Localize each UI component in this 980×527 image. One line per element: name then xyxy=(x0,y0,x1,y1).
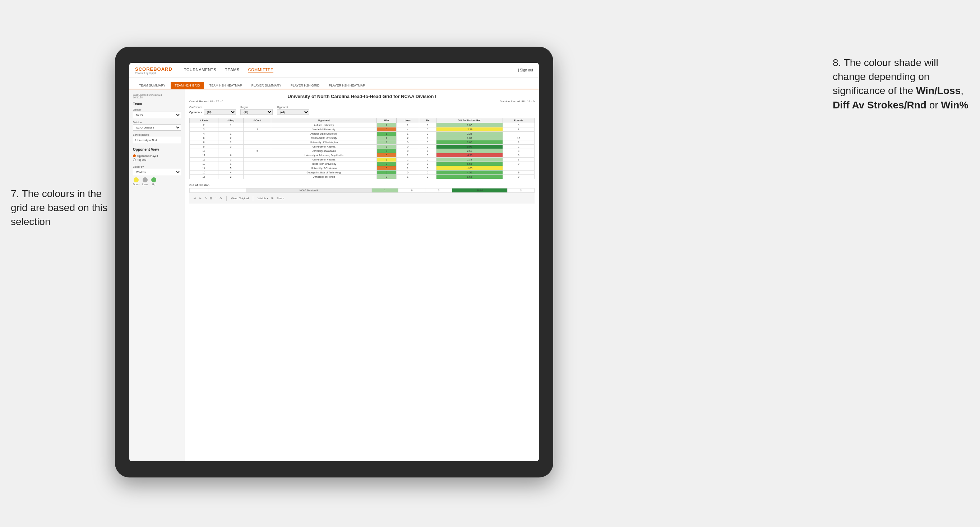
tab-player-h2h-heatmap[interactable]: PLAYER H2H HEATMAP xyxy=(325,82,369,89)
grid-subtitle: Overall Record: 89 - 17 - 0 Division Rec… xyxy=(189,100,535,103)
out-of-division-label: Out of division xyxy=(189,183,535,187)
cell-loss: 4 xyxy=(396,127,419,132)
cell-conf: 5 xyxy=(243,149,271,153)
cell-loss: 2 xyxy=(396,136,419,140)
nav-committee[interactable]: COMMITTEE xyxy=(248,67,274,73)
out-of-division-row: NCAA Division II 1 0 0 26.00 3 xyxy=(190,189,535,193)
toolbar-icon4[interactable]: 👁 xyxy=(271,197,274,200)
nav-sign-out[interactable]: | Sign out xyxy=(518,68,533,72)
cell-diff: -2.29 xyxy=(436,127,503,132)
cell-opponent: University of Arizona xyxy=(271,144,377,149)
region-select[interactable]: (All) xyxy=(240,109,273,115)
toolbar-redo[interactable]: ↪ xyxy=(199,197,202,200)
cell-win: 0 xyxy=(377,166,396,170)
cell-rank: 2 xyxy=(190,123,218,127)
radio-opponents-played[interactable]: Opponents Played xyxy=(133,154,181,157)
cell-win: 3 xyxy=(377,149,396,153)
tab-team-h2h-grid[interactable]: TEAM H2H GRID xyxy=(171,82,204,89)
cell-win: 1 xyxy=(377,140,396,144)
toolbar-undo[interactable]: ↩ xyxy=(194,197,196,200)
opponent-select[interactable]: (All) xyxy=(277,109,309,115)
cell-rounds: 12 xyxy=(503,136,535,140)
bottom-toolbar: ↩ ↪ ↷ ⊞ ↕ ⊙ View: Original Watch ▾ 👁 Sha… xyxy=(189,193,535,203)
cell-conf xyxy=(243,123,271,127)
cell-loss: 1 xyxy=(396,153,419,157)
cell-win: 3 xyxy=(377,175,396,179)
cell-reg: 1 xyxy=(218,132,243,136)
toolbar-icon1[interactable]: ⊞ xyxy=(210,197,212,200)
table-row: 11 6 University of Arkansas, Fayettevill… xyxy=(190,153,535,157)
legend-down-dot xyxy=(134,177,138,183)
cell-tie: 0 xyxy=(419,166,436,170)
cell-win: 5 xyxy=(377,132,396,136)
cell-rank: 9 xyxy=(190,144,218,149)
cell-reg: 3 xyxy=(218,144,243,149)
cell-rounds: 3 xyxy=(503,157,535,162)
toolbar-icon3[interactable]: ⊙ xyxy=(220,197,222,200)
tab-player-summary[interactable]: PLAYER SUMMARY xyxy=(248,82,285,89)
cell-reg xyxy=(218,127,243,132)
region-filter: Region (All) xyxy=(240,106,273,115)
table-row: 9 3 University of Arizona 1 0 0 9.00 2 xyxy=(190,144,535,149)
tablet-device: SCOREBOARD Powered by clippd TOURNAMENTS… xyxy=(115,47,553,478)
toolbar-forward[interactable]: ↷ xyxy=(204,197,207,200)
toolbar-view[interactable]: View: Original xyxy=(231,197,248,200)
cell-rounds: 3 xyxy=(503,140,535,144)
gender-select[interactable]: Men's xyxy=(133,112,181,118)
cell-win: 2 xyxy=(377,123,396,127)
table-row: 15 4 Georgia Institute of Technology 5 0… xyxy=(190,170,535,175)
cell-diff: 1.83 xyxy=(436,136,503,140)
cell-opponent: Vanderbilt University xyxy=(271,127,377,132)
table-row: 10 5 University of Alabama 3 0 0 2.61 8 xyxy=(190,149,535,153)
logo-area: SCOREBOARD Powered by clippd xyxy=(135,67,172,74)
colour-by-select[interactable]: Win/loss xyxy=(133,169,181,175)
cell-opponent: University of Washington xyxy=(271,140,377,144)
cell-loss: 0 xyxy=(396,149,419,153)
cell-loss: 1 xyxy=(396,166,419,170)
col-reg: # Reg xyxy=(218,118,243,123)
table-row: 2 1 Auburn University 2 1 0 1.67 9 xyxy=(190,123,535,127)
cell-opponent: University of Arkansas, Fayetteville xyxy=(271,153,377,157)
col-tie: Tie xyxy=(419,118,436,123)
cell-conf xyxy=(243,136,271,140)
toolbar-icon2[interactable]: ↕ xyxy=(215,197,216,200)
division-select[interactable]: NCAA Division I xyxy=(133,124,181,131)
annotation-right: 8. The colour shade will change dependin… xyxy=(833,56,969,112)
legend-up: Up xyxy=(151,177,156,186)
cell-diff: 2.28 xyxy=(436,132,503,136)
nav-tournaments[interactable]: TOURNAMENTS xyxy=(184,67,216,73)
grid-table: # Rank # Reg # Conf Opponent Win Loss Ti… xyxy=(189,118,535,179)
cell-reg xyxy=(218,149,243,153)
col-conf: # Conf xyxy=(243,118,271,123)
cell-rank: 6 xyxy=(190,136,218,140)
cell-opponent: Arizona State University xyxy=(271,132,377,136)
col-diff: Diff Av Strokes/Rnd xyxy=(436,118,503,123)
toolbar-watch[interactable]: Watch ▾ xyxy=(258,197,268,200)
out-div-tie: 0 xyxy=(425,189,452,193)
out-div-blank1 xyxy=(190,189,208,193)
cell-reg: 5 xyxy=(218,166,243,170)
cell-tie: 0 xyxy=(419,153,436,157)
cell-rank: 3 xyxy=(190,127,218,132)
conference-select[interactable]: (All) xyxy=(204,109,236,115)
cell-loss: 1 xyxy=(396,132,419,136)
cell-diff: -4.33 xyxy=(436,153,503,157)
nav-teams[interactable]: TEAMS xyxy=(225,67,239,73)
cell-tie: 0 xyxy=(419,132,436,136)
table-row: 8 2 University of Washington 1 0 0 3.67 … xyxy=(190,140,535,144)
toolbar-share[interactable]: Share xyxy=(277,197,284,200)
colour-by-label: Colour by xyxy=(133,165,181,168)
cell-conf xyxy=(243,132,271,136)
cell-conf xyxy=(243,140,271,144)
filter-row: Conference Opponents: (All) Region (All) xyxy=(189,106,535,115)
tab-team-h2h-heatmap[interactable]: TEAM H2H HEATMAP xyxy=(205,82,246,89)
cell-loss: 1 xyxy=(396,123,419,127)
tab-player-h2h-grid[interactable]: PLAYER H2H GRID xyxy=(287,82,323,89)
radio-top100[interactable]: Top 100 xyxy=(133,158,181,161)
cell-reg: 2 xyxy=(218,140,243,144)
cell-diff: 1.67 xyxy=(436,123,503,127)
cell-diff: 2.61 xyxy=(436,149,503,153)
tab-team-summary[interactable]: TEAM SUMMARY xyxy=(135,82,169,89)
legend-down: Down xyxy=(133,177,139,186)
cell-diff: 3.67 xyxy=(436,140,503,144)
